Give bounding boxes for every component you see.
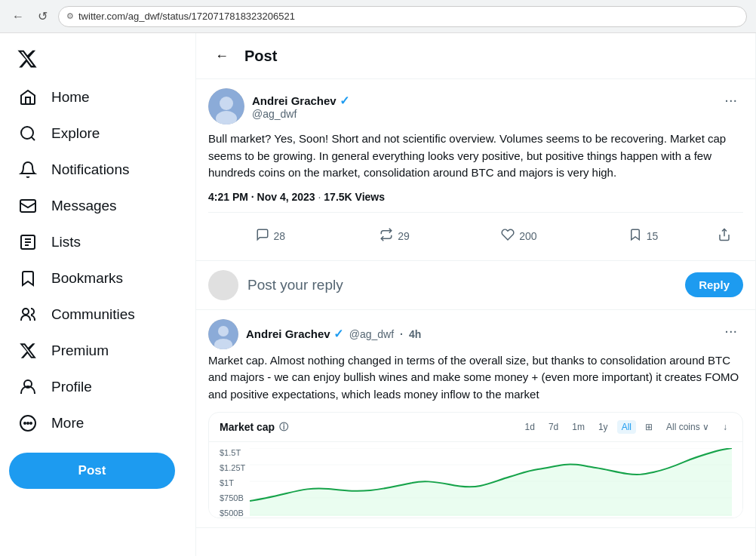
y-label-2: $1.25T xyxy=(220,463,245,472)
sidebar-label-more: More xyxy=(51,415,84,432)
tweet-author-row: Andrei Grachev ✓ @ag_dwf ··· xyxy=(208,88,743,124)
y-label-4: $750B xyxy=(220,493,245,502)
sidebar-item-lists[interactable]: Lists xyxy=(9,225,186,260)
sidebar-label-lists: Lists xyxy=(51,234,81,250)
y-label-5: $500B xyxy=(220,508,245,518)
premium-icon xyxy=(18,341,38,361)
chart-btn-options[interactable]: ⊞ xyxy=(641,420,657,434)
reply-author-name-row: Andrei Grachev ✓ @ag_dwf · 4h xyxy=(246,327,421,341)
sidebar-label-messages: Messages xyxy=(51,198,117,214)
sidebar-item-explore[interactable]: Explore xyxy=(9,116,186,151)
messages-icon xyxy=(18,196,38,216)
retweet-action[interactable]: 29 xyxy=(333,222,457,251)
sidebar-item-more[interactable]: More xyxy=(9,406,186,441)
chart-svg xyxy=(250,448,732,516)
reply-author-details: Andrei Grachev ✓ @ag_dwf · 4h xyxy=(246,327,421,341)
address-bar[interactable]: ⚙ twitter.com/ag_dwf/status/172071781832… xyxy=(58,6,747,27)
y-label-1: $1.5T xyxy=(220,448,245,457)
author-display-name: Andrei Grachev xyxy=(252,94,337,107)
avatar xyxy=(208,88,244,124)
post-button[interactable]: Post xyxy=(9,453,175,489)
more-icon xyxy=(18,413,38,433)
sidebar-nav: Home Explore Notifications Messages xyxy=(9,80,186,441)
verified-badge: ✓ xyxy=(340,94,349,108)
sidebar-item-notifications[interactable]: Notifications xyxy=(9,152,186,187)
author-name-row: Andrei Grachev ✓ xyxy=(252,94,349,108)
bookmark-icon xyxy=(628,228,642,245)
tweet-views-count: 17.5K xyxy=(324,191,352,203)
chart-btn-1d[interactable]: 1d xyxy=(521,420,539,434)
sidebar-item-premium[interactable]: Premium xyxy=(9,333,186,368)
chart-title: Market cap ⓘ xyxy=(220,421,288,434)
chart-btn-allcoins[interactable]: All coins ∨ xyxy=(662,420,714,434)
like-count: 200 xyxy=(519,230,536,242)
share-icon xyxy=(718,228,731,245)
back-button[interactable]: ← xyxy=(208,42,235,69)
tweet-views-label: Views xyxy=(355,191,385,203)
site-icon: ⚙ xyxy=(66,11,74,21)
browser-chrome: ← ↺ ⚙ twitter.com/ag_dwf/status/17207178… xyxy=(0,0,756,33)
back-button[interactable]: ← xyxy=(9,7,27,26)
reply-button[interactable]: Reply xyxy=(685,272,743,297)
bookmark-count: 15 xyxy=(647,230,659,242)
comment-icon xyxy=(256,228,269,245)
chart-info-icon: ⓘ xyxy=(279,421,288,434)
sidebar: Home Explore Notifications Messages xyxy=(0,33,196,556)
lists-icon xyxy=(18,232,38,252)
tweet-actions: 28 29 200 1 xyxy=(208,212,743,251)
tweet-meta: 4:21 PM · Nov 4, 2023 · 17.5K Views xyxy=(208,191,743,203)
share-action[interactable] xyxy=(705,222,743,251)
avatar-image xyxy=(208,88,244,124)
svg-point-14 xyxy=(218,326,229,336)
notifications-icon xyxy=(18,160,38,180)
tweet-text: Bull market? Yes, Soon! Short and not sc… xyxy=(208,131,743,182)
sidebar-item-communities[interactable]: Communities xyxy=(9,297,186,332)
author-details: Andrei Grachev ✓ @ag_dwf xyxy=(252,94,349,120)
reply-time-ago: 4h xyxy=(409,328,421,340)
retweet-icon xyxy=(380,228,393,245)
reply-tweet-header: Andrei Grachev ✓ @ag_dwf · 4h ··· xyxy=(208,319,743,349)
like-icon xyxy=(501,228,515,245)
chart-title-text: Market cap xyxy=(220,421,275,433)
x-logo[interactable] xyxy=(9,41,45,77)
page-title: Post xyxy=(244,48,277,65)
chart-controls: 1d 7d 1m 1y All ⊞ All coins ∨ ↓ xyxy=(521,420,732,434)
main-content: ← Post Andrei Grachev xyxy=(196,33,756,556)
bookmark-action[interactable]: 15 xyxy=(581,222,705,251)
reply-tweet: Andrei Grachev ✓ @ag_dwf · 4h ··· Market… xyxy=(196,310,755,529)
reply-box: Post your reply Reply xyxy=(196,261,755,310)
sidebar-label-home: Home xyxy=(51,89,90,106)
chart-body: $1.5T $1.25T $1T $750B $500B xyxy=(209,442,742,518)
sidebar-label-explore: Explore xyxy=(51,125,100,142)
sidebar-item-profile[interactable]: Profile xyxy=(9,370,186,404)
svg-point-3 xyxy=(23,309,29,315)
author-handle: @ag_dwf xyxy=(252,108,349,120)
retweet-count: 29 xyxy=(398,230,410,242)
app-container: Home Explore Notifications Messages xyxy=(0,33,756,556)
sidebar-item-messages[interactable]: Messages xyxy=(9,189,186,223)
sidebar-label-bookmarks: Bookmarks xyxy=(51,270,123,287)
chart-btn-7d[interactable]: 7d xyxy=(544,420,563,434)
reply-tweet-more-button[interactable]: ··· xyxy=(718,319,743,343)
sidebar-item-bookmarks[interactable]: Bookmarks xyxy=(9,261,186,296)
chart-btn-download[interactable]: ↓ xyxy=(718,420,732,434)
chart-btn-1y[interactable]: 1y xyxy=(594,420,613,434)
sidebar-label-premium: Premium xyxy=(51,343,109,359)
sidebar-label-communities: Communities xyxy=(51,306,135,323)
chart-btn-all[interactable]: All xyxy=(617,420,636,434)
like-action[interactable]: 200 xyxy=(457,222,582,251)
reply-input[interactable]: Post your reply xyxy=(247,271,676,300)
svg-rect-1 xyxy=(20,200,35,212)
refresh-button[interactable]: ↺ xyxy=(35,6,51,26)
comment-action[interactable]: 28 xyxy=(208,222,333,251)
sidebar-label-notifications: Notifications xyxy=(51,161,130,178)
communities-icon xyxy=(18,305,38,324)
chart-btn-1m[interactable]: 1m xyxy=(567,420,589,434)
tweet-author-info: Andrei Grachev ✓ @ag_dwf xyxy=(208,88,349,124)
sidebar-item-home[interactable]: Home xyxy=(9,80,186,115)
y-label-3: $1T xyxy=(220,478,245,487)
reply-author-display-name: Andrei Grachev xyxy=(246,327,330,340)
tweet-more-button[interactable]: ··· xyxy=(718,88,743,112)
chart-header: Market cap ⓘ 1d 7d 1m 1y All ⊞ All coins… xyxy=(209,413,742,442)
svg-point-6 xyxy=(27,422,29,424)
